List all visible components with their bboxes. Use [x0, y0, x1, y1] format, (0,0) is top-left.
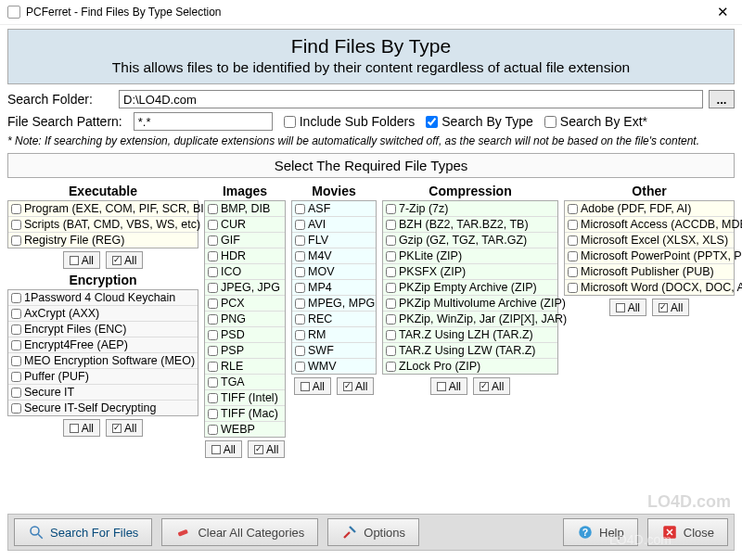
- list-item[interactable]: Scripts (BAT, CMD, VBS, WS, etc): [8, 217, 198, 233]
- list-item[interactable]: PKZip, WinZip, Jar (ZIP[X], JAR): [383, 312, 557, 327]
- category-other-list[interactable]: Adobe (PDF, FDF, AI) Microsoft Access (A…: [564, 200, 735, 296]
- list-item[interactable]: 1Password 4 Cloud Keychain: [8, 290, 198, 306]
- list-item[interactable]: ICO: [205, 264, 285, 280]
- deselect-all-button[interactable]: ✓All: [473, 377, 510, 395]
- list-item[interactable]: Microsoft Access (ACCDB, MDB): [565, 217, 734, 233]
- list-item[interactable]: BZH (BZ2, TAR.BZ2, TB): [383, 217, 557, 233]
- list-item[interactable]: Microsoft PowerPoint (PPTX, PPT): [565, 248, 734, 264]
- list-item[interactable]: Gzip (GZ, TGZ, TAR.GZ): [383, 233, 557, 248]
- banner-subheading: This allows files to be identified by th…: [18, 59, 724, 76]
- search-by-type-box[interactable]: [426, 116, 438, 128]
- list-item[interactable]: HDR: [205, 248, 285, 264]
- list-item[interactable]: TAR.Z Using LZW (TAR.Z): [383, 343, 557, 359]
- select-all-button[interactable]: All: [609, 299, 646, 316]
- list-item[interactable]: CUR: [205, 217, 285, 233]
- list-item[interactable]: FLV: [292, 233, 376, 248]
- deselect-all-button[interactable]: ✓All: [652, 299, 689, 316]
- list-item[interactable]: ZLock Pro (ZIP): [383, 359, 557, 374]
- checkbox-empty-icon: [211, 445, 221, 454]
- close-button[interactable]: Close: [647, 518, 728, 546]
- list-item[interactable]: Secure IT: [8, 385, 198, 401]
- checkbox-empty-icon: [437, 382, 446, 391]
- category-movies-list[interactable]: ASF AVI FLV M4V MOV MP4 MPEG, MPG REC RM…: [291, 200, 377, 375]
- category-encryption-list[interactable]: 1Password 4 Cloud Keychain AxCrypt (AXX)…: [7, 289, 198, 416]
- list-item[interactable]: MOV: [292, 264, 376, 280]
- search-folder-input[interactable]: [119, 90, 703, 108]
- list-item[interactable]: MP4: [292, 280, 376, 296]
- watermark: LO4D.com: [647, 492, 731, 512]
- select-all-button[interactable]: All: [430, 377, 467, 395]
- category-movies-title: Movies: [291, 184, 377, 198]
- list-item[interactable]: TAR.Z Using LZH (TAR.Z): [383, 327, 557, 343]
- category-executable-list[interactable]: Program (EXE, COM, PIF, SCR, BIN) Script…: [7, 200, 198, 248]
- list-item[interactable]: WEBP: [205, 422, 285, 437]
- select-all-button[interactable]: All: [294, 377, 331, 395]
- list-item[interactable]: PKZip Empty Archive (ZIP): [383, 280, 557, 296]
- app-icon: [7, 6, 20, 19]
- list-item[interactable]: Puffer (PUF): [8, 369, 198, 385]
- list-item[interactable]: Registry File (REG): [8, 233, 198, 248]
- list-item[interactable]: PKSFX (ZIP): [383, 264, 557, 280]
- list-item[interactable]: PKZip Multivolume Archive (ZIP): [383, 296, 557, 312]
- list-item[interactable]: TIFF (Mac): [205, 406, 285, 422]
- list-item[interactable]: SWF: [292, 343, 376, 359]
- category-compression-list[interactable]: 7-Zip (7z) BZH (BZ2, TAR.BZ2, TB) Gzip (…: [382, 200, 558, 375]
- list-item[interactable]: ASF: [292, 201, 376, 217]
- list-item[interactable]: PKLite (ZIP): [383, 248, 557, 264]
- list-item[interactable]: MPEG, MPG: [292, 296, 376, 312]
- window-close-button[interactable]: ✕: [709, 4, 736, 20]
- include-subfolders-box[interactable]: [284, 116, 296, 128]
- select-all-button[interactable]: All: [63, 419, 100, 437]
- help-button[interactable]: ? Help: [563, 518, 638, 546]
- search-icon: [28, 524, 45, 541]
- checkbox-checked-icon: ✓: [112, 424, 122, 433]
- list-item[interactable]: Encrypt4Free (AEP): [8, 337, 198, 353]
- search-by-ext-checkbox[interactable]: Search By Ext*: [544, 114, 647, 129]
- list-item[interactable]: MEO Encryption Software (MEO): [8, 353, 198, 369]
- options-button[interactable]: Options: [327, 518, 419, 546]
- list-item[interactable]: PSP: [205, 343, 285, 359]
- deselect-all-button[interactable]: ✓All: [337, 377, 374, 395]
- list-item[interactable]: PSD: [205, 327, 285, 343]
- file-pattern-input[interactable]: [134, 112, 273, 131]
- select-all-button[interactable]: All: [205, 440, 242, 458]
- search-by-type-text: Search By Type: [441, 114, 533, 129]
- list-item[interactable]: REC: [292, 312, 376, 327]
- list-item[interactable]: GIF: [205, 233, 285, 248]
- search-by-ext-box[interactable]: [544, 116, 556, 128]
- list-item[interactable]: PCX: [205, 296, 285, 312]
- list-item[interactable]: BMP, DIB: [205, 201, 285, 217]
- list-item[interactable]: WMV: [292, 359, 376, 374]
- list-item[interactable]: M4V: [292, 248, 376, 264]
- list-item[interactable]: 7-Zip (7z): [383, 201, 557, 217]
- list-item[interactable]: Encrypt Files (ENC): [8, 322, 198, 337]
- category-images-list[interactable]: BMP, DIB CUR GIF HDR ICO JPEG, JPG PCX P…: [204, 200, 286, 438]
- search-by-type-checkbox[interactable]: Search By Type: [426, 114, 533, 129]
- list-item[interactable]: Microsoft Excel (XLSX, XLS): [565, 233, 734, 248]
- list-item[interactable]: Program (EXE, COM, PIF, SCR, BIN): [8, 201, 198, 217]
- categories-grid: Executable Program (EXE, COM, PIF, SCR, …: [7, 182, 735, 462]
- list-item[interactable]: RM: [292, 327, 376, 343]
- list-item[interactable]: Adobe (PDF, FDF, AI): [565, 201, 734, 217]
- list-item[interactable]: JPEG, JPG: [205, 280, 285, 296]
- deselect-all-button[interactable]: ✓All: [248, 440, 285, 458]
- search-for-files-button[interactable]: Search For Files: [14, 518, 152, 546]
- include-subfolders-checkbox[interactable]: Include Sub Folders: [284, 114, 416, 129]
- deselect-all-button[interactable]: ✓All: [106, 419, 143, 437]
- close-icon: [661, 524, 678, 541]
- deselect-all-button[interactable]: ✓All: [106, 251, 143, 269]
- list-item[interactable]: Secure IT-Self Decrypting: [8, 401, 198, 415]
- list-item[interactable]: PNG: [205, 312, 285, 327]
- checkbox-empty-icon: [616, 303, 625, 312]
- list-item[interactable]: TIFF (Intel): [205, 390, 285, 406]
- section-heading: Select The Required File Types: [7, 153, 735, 178]
- select-all-button[interactable]: All: [63, 251, 100, 269]
- list-item[interactable]: AxCrypt (AXX): [8, 306, 198, 322]
- browse-button[interactable]: ...: [709, 90, 735, 108]
- clear-all-button[interactable]: Clear All Categories: [161, 518, 318, 546]
- list-item[interactable]: Microsoft Publisher (PUB): [565, 264, 734, 280]
- list-item[interactable]: TGA: [205, 375, 285, 390]
- list-item[interactable]: AVI: [292, 217, 376, 233]
- list-item[interactable]: Microsoft Word (DOCX, DOC, ASD): [565, 280, 734, 295]
- list-item[interactable]: RLE: [205, 359, 285, 375]
